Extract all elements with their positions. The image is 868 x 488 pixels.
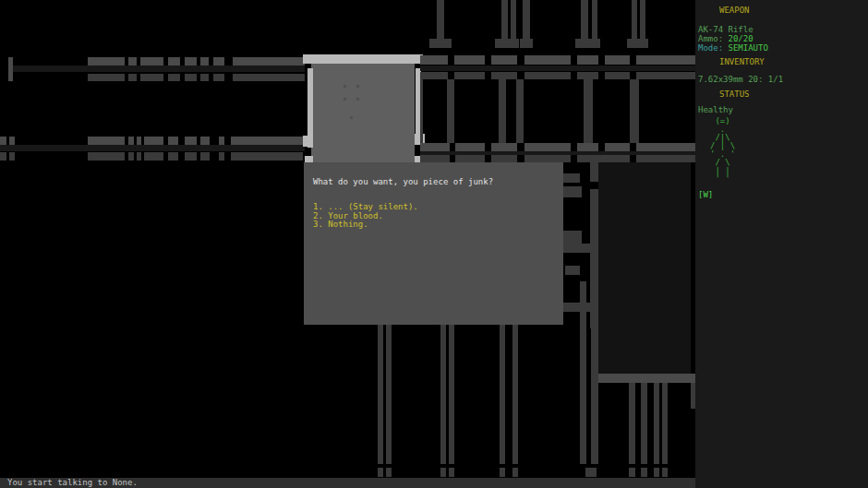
map-rect xyxy=(440,325,446,464)
mode-row: Mode: SEMIAUTO xyxy=(698,44,768,53)
map-rect xyxy=(590,182,598,189)
map-rect xyxy=(630,55,636,65)
map-rect xyxy=(219,152,224,161)
weapon-header: WEAPON xyxy=(719,6,750,15)
map-rect xyxy=(563,231,582,244)
map-rect xyxy=(500,468,505,477)
mode-label: Mode: xyxy=(698,43,729,53)
map-rect xyxy=(517,72,524,79)
map-rect xyxy=(654,468,659,477)
map-rect xyxy=(231,152,303,161)
ammo-value: 20/20 xyxy=(729,34,753,43)
map-rect xyxy=(630,79,639,143)
map-rect xyxy=(523,0,530,41)
dialog-prompt: What do you want, you piece of junk? xyxy=(313,177,493,186)
map-rect xyxy=(233,57,305,65)
map-rect xyxy=(520,39,533,48)
map-rect xyxy=(128,152,134,161)
map-rect xyxy=(311,64,415,162)
sidebar: WEAPON AK-74 Rifle Ammo: 20/20 Mode: SEM… xyxy=(695,0,868,488)
map-rect xyxy=(581,0,588,41)
map-rect xyxy=(88,152,125,161)
map-rect xyxy=(591,328,598,464)
dialog-option-3[interactable]: 3. Nothing. xyxy=(313,220,418,230)
map-rect xyxy=(128,57,137,65)
map-rect xyxy=(128,137,134,145)
map-rect xyxy=(185,74,197,81)
map-rect xyxy=(303,136,313,147)
map-rect xyxy=(501,0,508,41)
map-rect xyxy=(629,383,635,464)
health-status: Healthy xyxy=(698,106,733,114)
map-rect xyxy=(88,137,125,145)
map-rect xyxy=(11,65,305,72)
map-rect xyxy=(378,325,383,464)
map-rect xyxy=(303,54,423,64)
map-rect xyxy=(213,57,224,65)
map-rect xyxy=(485,143,491,151)
map-rect xyxy=(632,0,637,41)
map-rect xyxy=(447,79,454,143)
map-rect xyxy=(450,155,455,162)
map-rect xyxy=(500,325,505,464)
map-rect xyxy=(512,325,518,464)
map-rect xyxy=(563,186,582,197)
map-rect xyxy=(0,152,6,161)
dialog-options: 1. ... (Stay silent). 2. Your blood. 3. … xyxy=(313,203,418,230)
map-rect xyxy=(356,98,359,101)
map-rect xyxy=(592,0,597,41)
map-rect xyxy=(168,137,178,145)
map-rect xyxy=(662,468,668,477)
map-rect xyxy=(448,55,454,65)
map-rect xyxy=(584,79,593,143)
map-rect xyxy=(88,74,125,81)
map-rect xyxy=(585,468,597,477)
map-rect xyxy=(378,468,383,477)
map-rect xyxy=(429,39,452,48)
map-rect xyxy=(662,383,668,464)
map-rect xyxy=(517,155,524,162)
map-rect xyxy=(386,325,392,464)
map-rect xyxy=(168,152,178,161)
game-screen: What do you want, you piece of junk? 1. … xyxy=(0,0,868,488)
dialog-box: What do you want, you piece of junk? 1. … xyxy=(304,162,563,325)
message-log-text: You start talking to None. xyxy=(7,479,138,487)
map-rect xyxy=(571,55,577,65)
mode-value: SEMIAUTO xyxy=(729,43,768,53)
map-rect xyxy=(571,155,577,162)
map-rect xyxy=(344,85,346,88)
map-rect xyxy=(511,0,516,41)
map-rect xyxy=(437,0,444,41)
map-rect xyxy=(575,39,600,48)
map-rect xyxy=(495,39,519,48)
map-rect xyxy=(630,155,636,162)
map-rect xyxy=(168,74,180,81)
map-rect xyxy=(450,143,455,151)
map-rect xyxy=(200,74,209,81)
map-rect xyxy=(420,143,697,151)
map-rect xyxy=(499,79,506,143)
map-rect xyxy=(420,72,697,79)
map-rect xyxy=(305,156,313,162)
map-rect xyxy=(420,55,697,65)
map-rect xyxy=(185,137,197,145)
map-rect xyxy=(140,57,163,65)
map-rect xyxy=(448,72,454,79)
map-rect xyxy=(233,74,305,81)
map-rect xyxy=(449,468,454,477)
map-rect xyxy=(185,152,197,161)
map-rect xyxy=(580,281,586,464)
wield-indicator: [W] xyxy=(698,191,713,199)
map-rect xyxy=(485,155,491,162)
map-rect xyxy=(420,65,697,71)
inventory-item[interactable]: 7.62x39mm 20: 1/1 xyxy=(698,76,783,84)
map-rect xyxy=(128,74,137,81)
map-rect xyxy=(517,143,524,151)
map-rect xyxy=(350,116,353,119)
map-rect xyxy=(449,325,454,464)
map-rect xyxy=(654,383,659,464)
status-header: STATUS xyxy=(719,90,750,99)
map-rect xyxy=(516,79,524,143)
map-rect xyxy=(0,145,305,151)
map-rect xyxy=(485,55,491,65)
